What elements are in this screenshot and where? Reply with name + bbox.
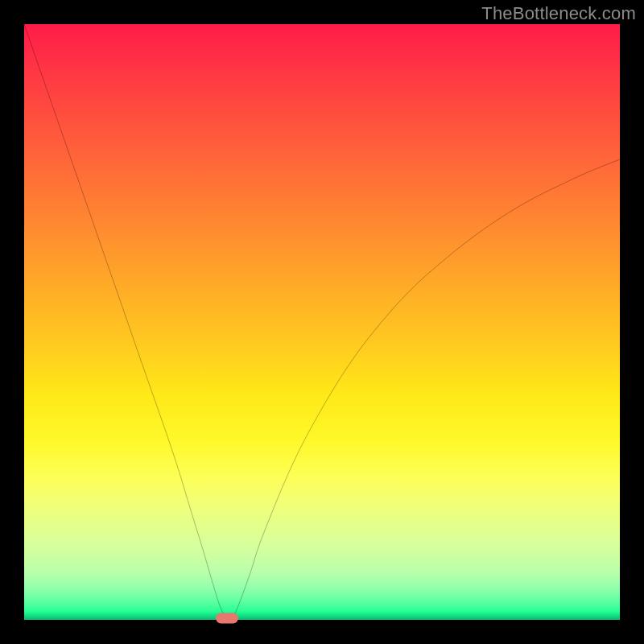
chart-container: TheBottleneck.com: [0, 0, 644, 644]
optimal-point-marker: [216, 613, 238, 623]
curve-path: [24, 24, 620, 619]
watermark-text: TheBottleneck.com: [481, 3, 636, 24]
bottleneck-curve: [24, 24, 620, 620]
plot-area: [24, 24, 620, 620]
